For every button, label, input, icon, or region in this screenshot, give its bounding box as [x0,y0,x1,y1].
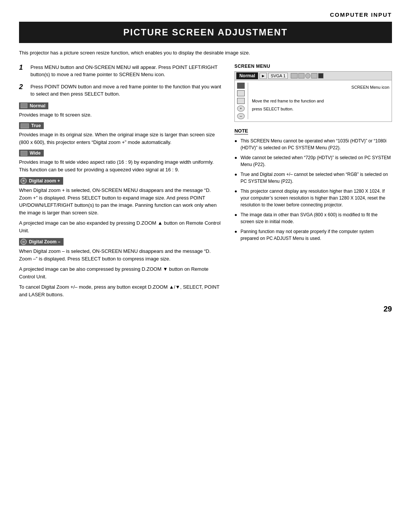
main-content: 1 Press MENU button and ON-SCREEN MENU w… [19,64,392,302]
note-item-1: ● This SCREEN Menu cannot be operated wh… [234,137,392,151]
bullet-2: ● [234,154,238,168]
dzoom-plus-desc1: When Digital zoom + is selected, ON-SCRE… [19,187,223,216]
note-item-5: ● The image data in other than SVGA (800… [234,211,392,225]
dzoom-plus-desc2: A projected image can be also expanded b… [19,219,223,234]
step-1: 1 Press MENU button and ON-SCREEN MENU w… [19,64,223,78]
menu-arrow-icon: ► [260,73,267,79]
page: COMPUTER INPUT PICTURE SCREEN ADJUSTMENT… [0,0,411,325]
bullet-6: ● [234,228,238,242]
menu-icon-5 [318,73,323,78]
step-2-text: Press POINT DOWN button and move a red f… [30,83,223,98]
wide-desc: Provides image to fit wide video aspect … [19,158,223,173]
true-icon [21,123,29,128]
screen-menu-section: SCREEN MENU Normal ► SVGA 1 [234,64,392,122]
menu-left-icon-1 [237,83,245,89]
menu-left-icon-3 [237,98,245,104]
screen-menu-diagram: Normal ► SVGA 1 [234,71,392,122]
menu-left-icons: + − [237,83,248,119]
note-item-6: ● Panning function may not operate prope… [234,228,392,242]
menu-icon-4 [311,73,317,78]
menu-svga: SVGA 1 [268,73,288,79]
step-2-number: 2 [19,83,27,98]
right-column: SCREEN MENU Normal ► SVGA 1 [234,64,392,302]
menu-left-icon-4: + [237,105,245,112]
bullet-3: ● [234,171,238,185]
menu-icon-2 [298,73,304,78]
step-2: 2 Press POINT DOWN button and move a red… [19,83,223,98]
page-title: PICTURE SCREEN ADJUSTMENT [19,22,392,43]
menu-icon-1 [291,73,298,78]
section-header: COMPUTER INPUT [19,11,392,18]
dzoom-plus-icon: + [21,178,27,184]
dzoom-minus-label: − Digital Zoom – [19,238,64,246]
function-normal: Normal Provides image to fit screen size… [19,102,223,119]
normal-label: Normal [19,102,48,109]
menu-normal-selected: Normal [236,72,258,79]
bullet-1: ● [234,137,238,151]
annotation-move: Move the red frame to the function and [252,98,389,104]
menu-annotations: SCREEN Menu icon Move the red frame to t… [252,83,389,119]
title-text: PICTURE SCREEN ADJUSTMENT [123,27,288,37]
menu-left-icon-2 [237,90,245,96]
screen-menu-icon-label: SCREEN Menu icon [252,84,389,91]
note-item-3: ● True and Digital zoom +/– cannot be se… [234,171,392,185]
note-item-2: ● Wide cannot be selected when “720p (HD… [234,154,392,168]
dzoom-plus-label: + Digital zoom + [19,177,63,185]
note-section: NOTE ● This SCREEN Menu cannot be operat… [234,128,392,242]
dzoom-minus-icon: − [21,239,27,245]
normal-icon [21,103,27,108]
screen-menu-label: SCREEN MENU [234,64,392,69]
bullet-4: ● [234,188,238,208]
annotation-press: press SELECT button. [252,106,389,112]
left-column: 1 Press MENU button and ON-SCREEN MENU w… [19,64,223,302]
dzoom-minus-desc3: To cancel Digital Zoom +/– mode, press a… [19,283,223,298]
menu-icons [291,73,323,78]
function-dzoom-plus: + Digital zoom + When Digital zoom + is … [19,177,223,234]
header-text: COMPUTER INPUT [330,11,392,18]
intro-paragraph: This projector has a picture screen resi… [19,49,392,57]
function-dzoom-minus: − Digital Zoom – When Digital zoom – is … [19,238,223,298]
menu-bar: Normal ► SVGA 1 [235,72,392,80]
dzoom-minus-desc2: A projected image can be also compressed… [19,265,223,280]
step-1-number: 1 [19,64,27,78]
note-label: NOTE [234,128,392,134]
menu-body: + − SCREEN Menu icon Move the red frame … [235,80,392,121]
step-1-text: Press MENU button and ON-SCREEN MENU wil… [30,64,223,78]
wide-icon [21,151,27,156]
note-item-4: ● This projector cannot display any reso… [234,188,392,208]
page-number: 29 [384,305,392,313]
function-wide: Wide Provides image to fit wide video as… [19,150,223,173]
menu-icon-3 [305,73,311,78]
menu-left-icon-5: − [237,113,245,119]
dzoom-minus-desc1: When Digital zoom – is selected, ON-SCRE… [19,248,223,262]
normal-desc: Provides image to fit screen size. [19,111,223,119]
true-desc: Provides image in its original size. Whe… [19,131,223,146]
function-true: True Provides image in its original size… [19,122,223,146]
wide-label: Wide [19,150,44,157]
true-label: True [19,122,44,129]
bullet-5: ● [234,211,238,225]
